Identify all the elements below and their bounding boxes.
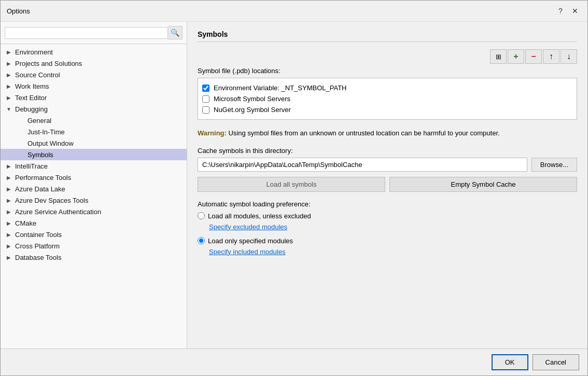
location-item-ms-servers: Microsoft Symbol Servers	[202, 93, 572, 104]
location-label-nuget-server: NuGet.org Symbol Server	[214, 106, 291, 114]
sidebar-item-database-tools[interactable]: Database Tools	[1, 252, 187, 263]
section-title: Symbols	[198, 30, 577, 38]
location-item-nuget-server: NuGet.org Symbol Server	[202, 104, 572, 115]
radio-load-all[interactable]	[198, 212, 205, 219]
location-label-env-var: Environment Variable: _NT_SYMBOL_PATH	[214, 84, 347, 92]
sidebar-item-label: Database Tools	[15, 254, 61, 261]
warning-text: Using symbol files from an unknown or un…	[228, 129, 499, 137]
cancel-button[interactable]: Cancel	[533, 354, 579, 370]
sidebar-item-container-tools[interactable]: Container Tools	[1, 229, 187, 240]
sidebar-item-azure-data-lake[interactable]: Azure Data Lake	[1, 183, 187, 194]
expander-source-control	[5, 71, 13, 79]
sidebar-item-azure-service-auth[interactable]: Azure Service Authentication	[1, 206, 187, 217]
sidebar-item-text-editor[interactable]: Text Editor	[1, 92, 187, 103]
expander-azure-dev-spaces	[5, 196, 13, 204]
sidebar-item-label: Performance Tools	[15, 174, 71, 182]
link-row-included: Specify included modules	[198, 248, 577, 256]
checkbox-ms-servers[interactable]	[202, 95, 209, 103]
sidebar-item-intellitrace[interactable]: IntelliTrace	[1, 160, 187, 172]
expander-database-tools	[5, 253, 13, 261]
expander-cross-platform	[5, 242, 13, 250]
sidebar-item-label: Environment	[15, 48, 53, 56]
sidebar-item-azure-dev-spaces[interactable]: Azure Dev Spaces Tools	[1, 194, 187, 206]
sidebar-item-label: CMake	[15, 219, 36, 227]
close-button[interactable]: ✕	[569, 5, 581, 17]
expander-intellitrace	[5, 162, 13, 170]
title-bar-controls: ? ✕	[554, 5, 581, 17]
dialog-title: Options	[7, 7, 30, 15]
search-box: 🔍	[1, 22, 187, 44]
sidebar-item-label: General	[27, 117, 51, 124]
warning-title: Warning:	[198, 129, 227, 137]
link-row-excluded: Specify excluded modules	[198, 223, 577, 231]
left-panel: 🔍 Environment Projects and Solutions Sou…	[1, 22, 187, 349]
sidebar-item-just-in-time[interactable]: Just-In-Time	[1, 126, 187, 137]
loading-pref-label: Automatic symbol loading preference:	[198, 200, 577, 208]
load-all-symbols-button[interactable]: Load all symbols	[198, 177, 385, 192]
sidebar-item-label: Container Tools	[15, 231, 62, 239]
radio-group: Load all modules, unless excluded Specif…	[198, 212, 577, 260]
dialog-footer: OK Cancel	[1, 349, 587, 375]
sidebar-item-label: Cross Platform	[15, 242, 60, 250]
expander-work-items	[5, 82, 13, 90]
sidebar-item-label: Output Window	[27, 140, 74, 147]
sidebar-item-label: Debugging	[15, 105, 48, 113]
ok-button[interactable]: OK	[492, 354, 528, 370]
help-button[interactable]: ?	[554, 5, 567, 17]
sidebar-item-label: Just-In-Time	[27, 128, 65, 136]
sidebar-item-environment[interactable]: Environment	[1, 46, 187, 58]
expander-projects	[5, 59, 13, 67]
expander-azure-data-lake	[5, 185, 13, 193]
grid-button[interactable]: ⊞	[490, 49, 507, 64]
sidebar-item-output-window[interactable]: Output Window	[1, 137, 187, 149]
expander-container-tools	[5, 230, 13, 239]
move-down-button[interactable]: ↓	[561, 49, 577, 64]
add-button[interactable]: +	[508, 49, 524, 64]
sidebar-item-symbols[interactable]: Symbols	[1, 149, 187, 160]
sidebar-item-debugging[interactable]: Debugging	[1, 103, 187, 115]
section-divider	[198, 41, 577, 42]
empty-cache-button[interactable]: Empty Symbol Cache	[389, 177, 577, 192]
radio-item-load-all: Load all modules, unless excluded	[198, 212, 577, 220]
sidebar-item-label: Source Control	[15, 71, 60, 79]
title-bar-left: Options	[7, 7, 30, 15]
sidebar-item-projects-solutions[interactable]: Projects and Solutions	[1, 58, 187, 69]
expander-performance-tools	[5, 173, 13, 182]
sidebar-item-cmake[interactable]: CMake	[1, 217, 187, 229]
move-up-button[interactable]: ↑	[543, 49, 559, 64]
browse-button[interactable]: Browse...	[531, 158, 577, 172]
tree-container: Environment Projects and Solutions Sourc…	[1, 44, 187, 349]
sidebar-item-work-items[interactable]: Work Items	[1, 80, 187, 92]
sidebar-item-label: Text Editor	[15, 94, 47, 102]
sidebar-item-performance-tools[interactable]: Performance Tools	[1, 172, 187, 183]
right-panel: Symbols ⊞ + − ↑ ↓ Symbol file (.pdb) loc…	[187, 22, 587, 349]
sidebar-item-label: Work Items	[15, 82, 49, 90]
sidebar-item-label: Azure Service Authentication	[15, 208, 101, 216]
locations-box: Environment Variable: _NT_SYMBOL_PATH Mi…	[198, 78, 577, 120]
checkbox-env-var[interactable]	[202, 85, 209, 92]
warning-box: Warning: Using symbol files from an unkn…	[198, 125, 577, 142]
radio-label-load-specified: Load only specified modules	[208, 237, 293, 245]
action-row: Load all symbols Empty Symbol Cache	[198, 177, 577, 192]
expander-debugging	[5, 105, 13, 113]
expander-azure-service-auth	[5, 207, 13, 216]
sidebar-item-cross-platform[interactable]: Cross Platform	[1, 240, 187, 252]
sidebar-item-label: IntelliTrace	[15, 162, 48, 170]
cache-row: Browse...	[198, 158, 577, 172]
search-input[interactable]	[5, 27, 168, 39]
cache-path-input[interactable]	[198, 158, 527, 172]
specify-excluded-link[interactable]: Specify excluded modules	[209, 223, 287, 231]
options-dialog: Options ? ✕ 🔍 Environment P	[0, 0, 588, 376]
sidebar-item-general[interactable]: General	[1, 115, 187, 126]
location-item-env-var: Environment Variable: _NT_SYMBOL_PATH	[202, 82, 572, 93]
sidebar-item-label: Azure Dev Spaces Tools	[15, 197, 88, 204]
checkbox-nuget-server[interactable]	[202, 106, 209, 114]
radio-load-specified[interactable]	[198, 237, 205, 244]
sidebar-item-label: Symbols	[27, 151, 53, 159]
sidebar-item-label: Projects and Solutions	[15, 60, 82, 67]
expander-environment	[5, 48, 13, 56]
search-icon[interactable]: 🔍	[168, 26, 183, 39]
remove-button[interactable]: −	[525, 49, 542, 64]
specify-included-link[interactable]: Specify included modules	[209, 248, 285, 256]
sidebar-item-source-control[interactable]: Source Control	[1, 69, 187, 80]
